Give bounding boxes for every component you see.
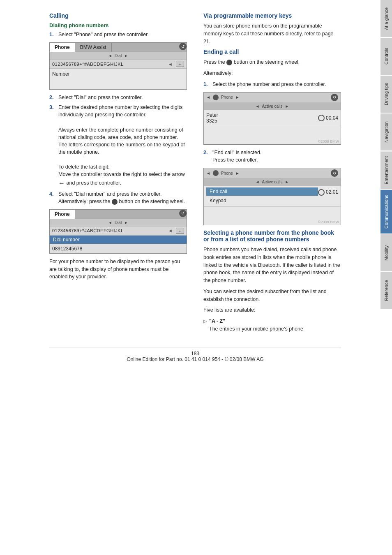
timer-icon-3	[318, 115, 325, 121]
ending-call-title: Ending a call	[203, 49, 341, 55]
active-calls-nav-4: ◄ Active calls ►	[204, 178, 341, 186]
end-call-options: End call Keypad 02:01	[204, 186, 341, 207]
sidebar-tabs: At a glance Controls Driving tips Naviga…	[357, 0, 392, 555]
numrow-1: 0123456789+*#ABCDEFGHIJKL ◄ ←	[50, 60, 187, 69]
alternatively-label: Alternatively:	[203, 69, 341, 77]
ending-call-para: Press the button on the steering wheel.	[203, 58, 341, 66]
selecting-phone-title: Selecting a phone number from the phone …	[203, 229, 341, 243]
sidebar-tab-controls[interactable]: Controls	[380, 38, 392, 75]
phone-nav-3: ◄ Phone ► ↺	[204, 92, 341, 103]
number-label: Number	[52, 70, 184, 78]
calling-title: Calling	[49, 12, 187, 19]
step-3: 3. Enter the desired phone number by sel…	[49, 104, 187, 187]
phone-button-icon-2	[226, 60, 232, 65]
phone-icon-circle-4	[213, 170, 219, 176]
dial-nav-2: ◄ Dial ►	[50, 219, 187, 227]
right-column: Via programmable memory keys You can sto…	[203, 12, 341, 335]
empty-space-4	[204, 207, 341, 219]
sidebar-tab-driving-tips[interactable]: Driving tips	[380, 76, 392, 113]
page-footer: 183 Online Edition for Part no. 01 41 0 …	[49, 347, 341, 362]
end-call-step-2: 2. "End call" is selected. Press the con…	[203, 149, 341, 164]
timer-icon-4	[318, 189, 325, 196]
end-call-step-1: 1. Select the phone number and press the…	[203, 81, 341, 88]
backspace-icon-2[interactable]: ←	[176, 228, 184, 234]
sidebar-tab-entertainment[interactable]: Entertainment	[380, 151, 392, 189]
watermark-4: ©2008 BMW	[204, 219, 341, 225]
end-call-option[interactable]: End call	[206, 187, 318, 196]
ui-mock-1: Phone BMW Assist ↺ ◄ Dial ► 0123456789+*…	[49, 42, 187, 90]
ui-mock-2: Phone ↺ ◄ Dial ► 0123456789+*#ABCDEFGHIJ…	[49, 209, 187, 254]
footer-paragraph: For your phone number to be displayed to…	[49, 258, 187, 281]
left-column: Calling Dialing phone numbers 1. Select …	[49, 12, 187, 335]
empty-space-3	[204, 126, 341, 139]
phone-icon-circle	[213, 95, 219, 100]
backspace-icon[interactable]: ←	[176, 61, 184, 67]
selecting-para-1: Phone numbers you have dialed, received …	[203, 246, 341, 284]
phone-nav-4: ◄ Phone ► ↺	[204, 168, 341, 178]
sidebar-tab-at-a-glance[interactable]: At a glance	[380, 0, 392, 37]
ui-mock-4: ◄ Phone ► ↺ ◄ Active calls ► End call Ke…	[203, 168, 341, 225]
bmw-assist-tab[interactable]: BMW Assist	[75, 43, 112, 52]
watermark-3: ©2008 BMW	[204, 139, 341, 144]
via-programmable-title: Via programmable memory keys	[203, 12, 341, 19]
refresh-icon-3: ↺	[331, 94, 338, 101]
step-1: 1. Select "Phone" and press the controll…	[49, 31, 187, 38]
sidebar-tab-reference[interactable]: Reference	[380, 272, 392, 309]
dial-nav: ◄ Dial ►	[50, 52, 187, 60]
active-calls-nav: ◄ Active calls ►	[204, 103, 341, 110]
keypad-option[interactable]: Keypad	[206, 197, 318, 205]
ui-mock-1-header: Phone BMW Assist ↺	[50, 43, 187, 52]
sidebar-tab-navigation[interactable]: Navigation	[380, 113, 392, 150]
dialing-subtitle: Dialing phone numbers	[49, 22, 187, 28]
selecting-para-2: You can select the desired subscriber fr…	[203, 288, 341, 303]
ui-mock-2-header: Phone ↺	[50, 210, 187, 219]
sidebar-tab-communications[interactable]: Communications	[380, 190, 392, 234]
dial-number-label: Dial number	[50, 236, 187, 244]
numrow-2: 0123456789+*#ABCDEFGHIJKL ◄ ←	[50, 227, 187, 236]
refresh-icon-2: ↺	[179, 210, 187, 217]
ui-mock-1-body: Number	[50, 69, 187, 89]
phone-number-display: 08912345678	[50, 244, 187, 253]
lists-bullet: ▷ "A - Z" The entries in your mobile pho…	[203, 317, 341, 333]
call-row-peter: Peter 3325 00:04	[204, 110, 341, 126]
ui-mock-3: ◄ Phone ► ↺ ◄ Active calls ► Peter 3325	[203, 92, 341, 145]
refresh-icon: ↺	[179, 43, 187, 50]
programmable-para: You can store phone numbers on the progr…	[203, 22, 341, 45]
step-2: 2. Select "Dial" and press the controlle…	[49, 94, 187, 101]
five-lists-label: Five lists are available:	[203, 306, 341, 314]
bullet-az: ▷ "A - Z" The entries in your mobile pho…	[203, 317, 341, 333]
phone-tab[interactable]: Phone	[50, 43, 75, 52]
bullet-arrow-icon: ▷	[203, 318, 207, 325]
sidebar-tab-mobility[interactable]: Mobility	[380, 234, 392, 271]
main-content: Calling Dialing phone numbers 1. Select …	[0, 0, 357, 555]
phone-tab-2[interactable]: Phone	[50, 210, 75, 219]
refresh-icon-4: ↺	[331, 169, 338, 177]
phone-button-icon	[112, 199, 118, 205]
step-4: 4. Select "Dial number" and press the co…	[49, 190, 187, 205]
